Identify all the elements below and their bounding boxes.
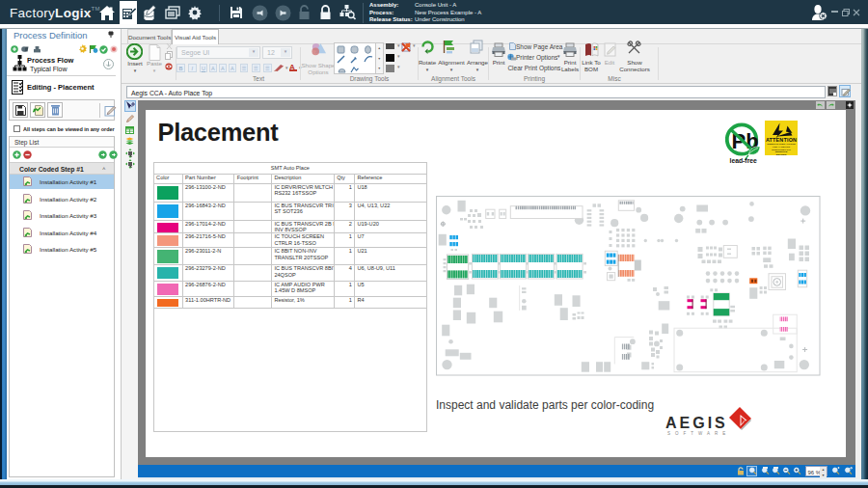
svg-text:DEVICES: DEVICES xyxy=(776,153,787,155)
svg-text:ATTENTION: ATTENTION xyxy=(766,137,797,143)
svg-text:lead-free: lead-free xyxy=(730,157,758,164)
